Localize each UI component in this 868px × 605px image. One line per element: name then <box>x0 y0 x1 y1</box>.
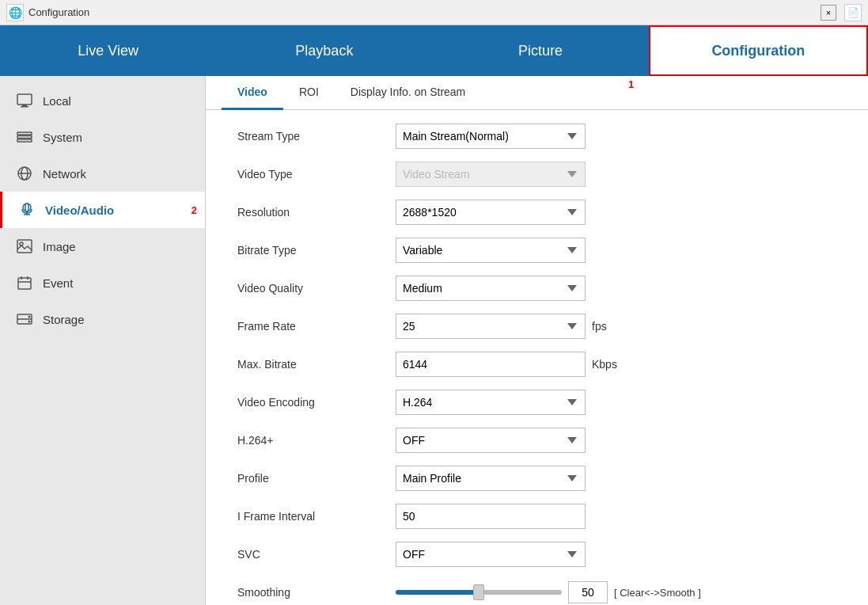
sidebar: Local System Network Video/Audio 2 Ima <box>0 76 206 605</box>
frame-rate-row: Frame Rate 25 30 15 10 5 fps <box>237 313 836 340</box>
sidebar-item-network[interactable]: Network <box>0 155 205 192</box>
svg-rect-13 <box>17 240 32 253</box>
svg-point-21 <box>28 316 31 318</box>
svg-rect-4 <box>17 136 32 139</box>
profile-control: Main Profile High Profile Baseline Profi… <box>396 466 586 491</box>
svc-row: SVC OFF ON <box>237 541 836 568</box>
video-type-select[interactable]: Video Stream Video&Audio Stream <box>396 162 586 187</box>
ie-icon: 🌐 <box>9 6 22 19</box>
video-audio-icon <box>18 201 36 219</box>
close-button[interactable]: × <box>821 5 836 21</box>
smoothing-track <box>396 590 562 595</box>
storage-icon <box>16 310 33 328</box>
bitrate-type-control: Variable Constant <box>396 238 586 263</box>
title-bar-text: Configuration <box>28 6 816 18</box>
stream-type-row: Stream Type Main Stream(Normal) Sub Stre… <box>237 123 836 150</box>
sidebar-item-video-audio[interactable]: Video/Audio 2 <box>0 192 205 228</box>
max-bitrate-control: Kbps <box>396 352 617 377</box>
smoothing-row: Smoothing 50 [ Clear<->Smooth ] <box>237 579 836 605</box>
sidebar-item-local[interactable]: Local <box>0 82 205 119</box>
sub-tab-display-info[interactable]: Display Info. on Stream <box>335 76 482 110</box>
smoothing-slider-group: 50 [ Clear<->Smooth ] <box>396 581 701 603</box>
smoothing-control: 50 [ Clear<->Smooth ] <box>396 581 701 603</box>
svg-point-22 <box>28 321 31 323</box>
tab-picture[interactable]: Picture <box>433 25 649 76</box>
i-frame-interval-input[interactable] <box>396 504 586 529</box>
h264plus-control: OFF ON <box>396 428 586 453</box>
video-type-label: Video Type <box>237 168 396 181</box>
tab-playback[interactable]: Playback <box>216 25 432 76</box>
frame-rate-select[interactable]: 25 30 15 10 5 <box>396 314 586 339</box>
tab-configuration[interactable]: Configuration <box>649 25 868 76</box>
max-bitrate-input[interactable] <box>396 352 586 377</box>
svg-rect-5 <box>17 139 32 142</box>
new-tab-button[interactable]: 📄 <box>844 4 862 21</box>
sub-tab-roi[interactable]: ROI <box>283 76 335 110</box>
image-icon <box>16 238 33 255</box>
svg-rect-0 <box>17 94 32 105</box>
svg-rect-2 <box>21 106 28 108</box>
video-type-control: Video Stream Video&Audio Stream <box>396 162 586 187</box>
sidebar-label-event: Event <box>43 276 73 290</box>
svg-rect-15 <box>18 278 31 289</box>
max-bitrate-unit: Kbps <box>592 358 617 371</box>
video-quality-label: Video Quality <box>237 282 396 295</box>
video-quality-select[interactable]: Low Medium High Highest <box>396 276 586 301</box>
frame-rate-unit: fps <box>592 320 607 333</box>
network-icon <box>16 165 33 182</box>
bitrate-type-select[interactable]: Variable Constant <box>396 238 586 263</box>
max-bitrate-label: Max. Bitrate <box>237 358 396 371</box>
sidebar-item-system[interactable]: System <box>0 119 205 155</box>
smoothing-thumb[interactable] <box>473 584 484 600</box>
browser-icon: 🌐 <box>6 4 24 21</box>
smoothing-slider-track-container[interactable] <box>396 584 562 600</box>
resolution-select[interactable]: 2688*1520 1920*1080 1280*720 <box>396 200 586 225</box>
svc-select[interactable]: OFF ON <box>396 542 586 567</box>
main-layout: Local System Network Video/Audio 2 Ima <box>0 76 868 605</box>
video-type-row: Video Type Video Stream Video&Audio Stre… <box>237 161 836 188</box>
resolution-control: 2688*1520 1920*1080 1280*720 <box>396 200 586 225</box>
sub-tabs: Video ROI Display Info. on Stream <box>206 76 868 110</box>
sidebar-item-image[interactable]: Image <box>0 228 205 264</box>
resolution-label: Resolution <box>237 206 396 219</box>
i-frame-interval-control <box>396 504 586 529</box>
svg-rect-3 <box>17 132 32 135</box>
content-area: Video ROI Display Info. on Stream Stream… <box>206 76 868 605</box>
stream-type-control: Main Stream(Normal) Sub Stream Third Str… <box>396 124 586 149</box>
svg-rect-1 <box>22 105 27 106</box>
system-icon <box>16 128 33 146</box>
tab-live-view[interactable]: Live View <box>0 25 216 76</box>
video-encoding-row: Video Encoding H.264 H.265 MJPEG <box>237 389 836 416</box>
svg-rect-10 <box>25 204 28 211</box>
sidebar-label-video-audio: Video/Audio <box>45 204 114 217</box>
event-icon <box>16 274 33 291</box>
smoothing-range-label: [ Clear<->Smooth ] <box>614 587 701 599</box>
video-encoding-control: H.264 H.265 MJPEG <box>396 390 586 415</box>
h264plus-label: H.264+ <box>237 434 396 447</box>
sidebar-label-local: Local <box>43 94 71 108</box>
smoothing-label: Smoothing <box>237 586 396 599</box>
i-frame-interval-row: I Frame Interval <box>237 503 836 530</box>
sidebar-item-storage[interactable]: Storage <box>0 301 205 337</box>
sidebar-label-network: Network <box>43 167 86 181</box>
h264plus-select[interactable]: OFF ON <box>396 428 586 453</box>
stream-type-select[interactable]: Main Stream(Normal) Sub Stream Third Str… <box>396 124 586 149</box>
sub-tab-video[interactable]: Video <box>222 76 283 110</box>
profile-label: Profile <box>237 472 396 485</box>
svc-label: SVC <box>237 548 396 561</box>
video-quality-row: Video Quality Low Medium High Highest <box>237 275 836 302</box>
annotation-1: 1 <box>628 78 634 90</box>
video-encoding-select[interactable]: H.264 H.265 MJPEG <box>396 390 586 415</box>
title-bar: 🌐 Configuration × 📄 <box>0 0 868 25</box>
bitrate-type-label: Bitrate Type <box>237 244 396 257</box>
bitrate-type-row: Bitrate Type Variable Constant <box>237 237 836 264</box>
resolution-row: Resolution 2688*1520 1920*1080 1280*720 <box>237 199 836 226</box>
i-frame-interval-label: I Frame Interval <box>237 510 396 523</box>
profile-select[interactable]: Main Profile High Profile Baseline Profi… <box>396 466 586 491</box>
profile-row: Profile Main Profile High Profile Baseli… <box>237 465 836 492</box>
sidebar-label-storage: Storage <box>43 313 85 326</box>
smoothing-value-box: 50 <box>568 581 608 603</box>
frame-rate-label: Frame Rate <box>237 320 396 333</box>
sidebar-item-event[interactable]: Event <box>0 264 205 301</box>
frame-rate-control: 25 30 15 10 5 fps <box>396 314 607 339</box>
